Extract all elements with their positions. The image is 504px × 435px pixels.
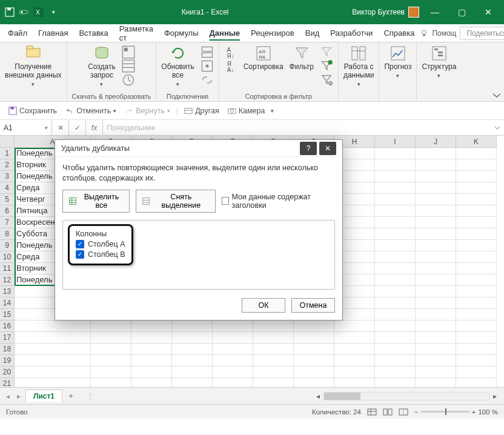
cell[interactable] [91, 367, 131, 378]
get-external-data-button[interactable]: Получение внешних данных▾ [5, 45, 62, 87]
cell[interactable] [213, 320, 253, 332]
cell[interactable] [375, 367, 416, 378]
cell[interactable] [456, 205, 497, 217]
qat-dropdown-icon[interactable]: ▾ [48, 7, 58, 17]
sort-za-icon[interactable]: ЯА↓ [224, 61, 237, 73]
cell[interactable] [375, 217, 416, 228]
cell[interactable] [416, 159, 456, 171]
cell[interactable] [131, 344, 172, 355]
cell[interactable] [375, 228, 416, 240]
view-layout-icon[interactable] [383, 408, 393, 416]
user-account[interactable]: Виктор Бухтеев [352, 7, 419, 18]
row-header[interactable]: 5 [0, 194, 15, 205]
cell[interactable] [91, 344, 131, 355]
cell[interactable] [456, 344, 497, 355]
filter-button[interactable]: Фильтр [290, 45, 314, 71]
cell[interactable] [375, 309, 416, 320]
cell[interactable] [294, 344, 334, 355]
cell[interactable] [91, 378, 131, 387]
cell[interactable] [334, 332, 375, 344]
fx-icon[interactable]: fx [86, 120, 103, 135]
row-header[interactable]: 10 [0, 251, 15, 263]
cell[interactable] [91, 355, 131, 367]
row-header[interactable]: 21 [0, 378, 15, 387]
cell[interactable] [416, 286, 456, 297]
clear-filter-icon[interactable] [320, 46, 333, 58]
cell[interactable] [456, 228, 497, 240]
row-header[interactable]: 14 [0, 297, 15, 309]
cancel-button[interactable]: Отмена [291, 298, 335, 313]
cell[interactable] [334, 378, 375, 387]
tellme-label[interactable]: Помощ [432, 29, 456, 38]
cell[interactable] [416, 217, 456, 228]
cell[interactable] [172, 332, 213, 344]
cell[interactable] [456, 378, 497, 387]
cell[interactable] [416, 274, 456, 286]
cell[interactable] [456, 367, 497, 378]
cell[interactable] [131, 367, 172, 378]
cell[interactable] [416, 309, 456, 320]
row-header[interactable]: 20 [0, 367, 15, 378]
cancel-edit-icon[interactable]: ✕ [52, 120, 69, 135]
cell[interactable] [15, 320, 91, 332]
cell[interactable] [416, 251, 456, 263]
ok-button[interactable]: ОК [242, 298, 285, 313]
tab-developer[interactable]: Разработчи [325, 26, 378, 40]
tab-split-icon[interactable]: ⋮ [87, 392, 94, 400]
cell[interactable] [456, 309, 497, 320]
cell[interactable] [172, 367, 213, 378]
hscroll-thumb[interactable] [324, 393, 360, 400]
cell[interactable] [416, 240, 456, 251]
forecast-button[interactable]: Прогноз▾ [384, 45, 411, 79]
minimize-button[interactable]: — [424, 3, 446, 21]
cell[interactable] [253, 355, 294, 367]
row-header[interactable]: 9 [0, 240, 15, 251]
cell[interactable] [131, 378, 172, 387]
cell[interactable] [456, 332, 497, 344]
cell[interactable] [375, 159, 416, 171]
collapse-ribbon-icon[interactable] [489, 42, 504, 101]
cell[interactable] [213, 378, 253, 387]
cell[interactable] [334, 344, 375, 355]
cell[interactable] [253, 320, 294, 332]
cell[interactable] [375, 355, 416, 367]
cell[interactable] [253, 344, 294, 355]
qat-more-icon[interactable]: ▾ [271, 108, 274, 114]
connections-icon[interactable] [201, 46, 214, 58]
cell[interactable] [294, 367, 334, 378]
cell[interactable] [416, 344, 456, 355]
cell[interactable] [213, 367, 253, 378]
row-header[interactable]: 12 [0, 274, 15, 286]
cell[interactable] [375, 240, 416, 251]
select-all-button[interactable]: Выделить все [62, 190, 130, 213]
cell[interactable] [294, 320, 334, 332]
cell[interactable] [375, 332, 416, 344]
dialog-titlebar[interactable]: Удалить дубликаты ? ✕ [55, 140, 342, 157]
cell[interactable] [294, 332, 334, 344]
tab-layout[interactable]: Разметка ст [114, 22, 159, 45]
qat-undo-button[interactable]: Отменить▾ [63, 105, 119, 116]
qat-other-button[interactable]: Другая [182, 105, 222, 116]
row-header[interactable]: 6 [0, 205, 15, 217]
new-query-button[interactable]: Создать запрос▾ [88, 45, 116, 87]
cell[interactable] [213, 344, 253, 355]
cell[interactable] [456, 274, 497, 286]
cell[interactable] [456, 217, 497, 228]
maximize-button[interactable]: ▢ [451, 3, 472, 21]
cell[interactable] [375, 205, 416, 217]
tab-home[interactable]: Главная [33, 26, 73, 40]
cell[interactable] [416, 194, 456, 205]
row-header[interactable]: 7 [0, 217, 15, 228]
view-pagebreak-icon[interactable] [399, 408, 408, 416]
cell[interactable] [456, 182, 497, 194]
cell[interactable] [334, 355, 375, 367]
cell[interactable] [213, 355, 253, 367]
show-queries-icon[interactable] [122, 46, 135, 58]
cell[interactable] [456, 194, 497, 205]
col-header-K[interactable]: K [456, 136, 497, 148]
cell[interactable] [294, 355, 334, 367]
cell[interactable] [456, 240, 497, 251]
cell[interactable] [15, 367, 91, 378]
cell[interactable] [416, 355, 456, 367]
cell[interactable] [172, 378, 213, 387]
